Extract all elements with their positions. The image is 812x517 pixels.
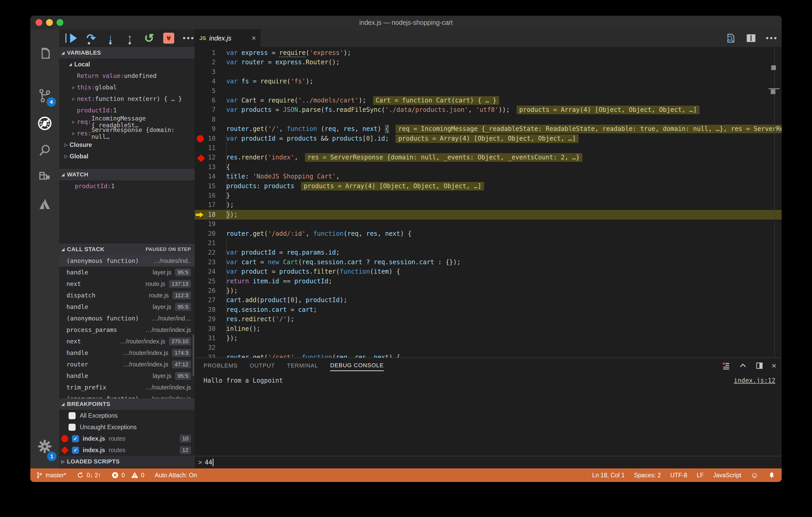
- editor-more-actions-icon[interactable]: •••: [766, 34, 778, 42]
- sidebar-scrollbar[interactable]: [193, 335, 194, 376]
- call-stack-frame[interactable]: dispatchroute.js112:3: [59, 290, 195, 301]
- step-out-button[interactable]: ↑: [124, 32, 135, 44]
- clear-console-icon[interactable]: [722, 361, 731, 370]
- step-over-button[interactable]: ↷: [86, 32, 96, 44]
- code-line[interactable]: 25 return item.id == productId;: [195, 277, 782, 286]
- code-line[interactable]: 28 req.session.cart = cart;: [195, 305, 782, 315]
- call-stack-frame[interactable]: (anonymous function)…/router/index.js: [59, 393, 195, 398]
- step-into-button[interactable]: ↓: [105, 32, 116, 44]
- code-line[interactable]: 21: [195, 238, 782, 248]
- variable-row[interactable]: ▷next: function next(err) { … }: [59, 93, 195, 104]
- breakpoint-row[interactable]: ✓index.jsroutes12: [59, 444, 195, 456]
- eol-status[interactable]: LF: [697, 472, 704, 479]
- auto-attach-status[interactable]: Auto Attach: On: [155, 472, 197, 479]
- console-input[interactable]: > 44: [195, 456, 782, 468]
- close-window-button[interactable]: [36, 19, 42, 26]
- tab-index-js[interactable]: JS index.js ×: [195, 29, 261, 47]
- panel-tab-terminal[interactable]: TERMINAL: [287, 362, 318, 371]
- code-line[interactable]: 33router.get('/cart', function(req, res,…: [195, 353, 782, 358]
- code-line[interactable]: 19: [195, 219, 782, 229]
- call-stack-frame[interactable]: router…/router/index.js47:12: [59, 359, 195, 370]
- notifications-bell-icon[interactable]: [768, 472, 775, 479]
- call-stack-frame[interactable]: handle…/router/index.js174:3: [59, 347, 195, 359]
- call-stack-frame[interactable]: process_params…/router/index.js: [59, 324, 195, 336]
- scope-local[interactable]: ◢ Local: [59, 59, 195, 70]
- panel-tab-debug-console[interactable]: DEBUG CONSOLE: [330, 362, 384, 371]
- split-editor-icon[interactable]: [745, 32, 757, 44]
- code-editor[interactable]: 1var express = require('express');2var r…: [195, 47, 782, 358]
- logpoint-icon[interactable]: [197, 154, 205, 162]
- code-line[interactable]: 26 });: [195, 286, 782, 296]
- code-line[interactable]: 9router.get('/', function (req, res, nex…: [195, 124, 782, 134]
- restart-button[interactable]: ↺: [144, 32, 154, 44]
- variable-row[interactable]: productId: 1: [59, 104, 195, 116]
- call-stack-frame[interactable]: handlelayer.js95:5: [59, 370, 195, 382]
- more-actions-button[interactable]: •••: [183, 32, 195, 44]
- loaded-scripts-header[interactable]: ▷ LOADED SCRIPTS: [59, 456, 195, 467]
- checkbox-unchecked[interactable]: [68, 424, 76, 431]
- call-stack-frame[interactable]: (anonymous function)…/routes/ind..: [59, 255, 195, 267]
- breakpoint-icon[interactable]: [197, 135, 204, 142]
- sidebar-item-search[interactable]: [30, 138, 59, 163]
- code-line[interactable]: 23 var cart = new Cart(req.session.cart …: [195, 257, 782, 267]
- code-line[interactable]: 8: [195, 115, 782, 124]
- close-panel-icon[interactable]: ×: [772, 362, 776, 370]
- panel-tab-output[interactable]: OUTPUT: [250, 362, 275, 371]
- checkbox-checked[interactable]: ✓: [72, 447, 79, 454]
- checkbox-checked[interactable]: ✓: [72, 435, 79, 442]
- problems-status[interactable]: 0 0: [111, 472, 144, 479]
- call-stack-frame[interactable]: next…/router/index.js275:10: [59, 336, 195, 347]
- code-line[interactable]: 7var products = JSON.parse(fs.readFileSy…: [195, 105, 782, 115]
- code-line[interactable]: 18});: [195, 210, 782, 219]
- close-tab-icon[interactable]: ×: [252, 34, 256, 42]
- checkbox-unchecked[interactable]: [68, 412, 76, 419]
- call-stack-frame[interactable]: nextroute.js137:13: [59, 278, 195, 290]
- feedback-smiley-icon[interactable]: ☺: [751, 471, 759, 480]
- sidebar-item-source-control[interactable]: 4: [30, 83, 59, 108]
- encoding-status[interactable]: UTF-8: [670, 472, 687, 479]
- console-source-link[interactable]: index.js:12: [734, 377, 775, 387]
- indentation-status[interactable]: Spaces: 2: [634, 472, 661, 479]
- code-line[interactable]: 4var fs = require('fs');: [195, 77, 782, 86]
- sidebar-item-extensions[interactable]: [30, 164, 59, 189]
- call-stack-frame[interactable]: trim_prefix…/router/index.js: [59, 382, 195, 393]
- panel-tab-problems[interactable]: PROBLEMS: [204, 362, 237, 371]
- exception-breakpoint-row[interactable]: All Exceptions: [59, 410, 195, 421]
- watch-row[interactable]: productId: 1: [59, 180, 195, 192]
- code-line[interactable]: 30 inline();: [195, 324, 782, 334]
- code-line[interactable]: 13 {: [195, 162, 782, 172]
- sidebar-item-azure[interactable]: [30, 191, 59, 216]
- variable-row[interactable]: Return value: undefined: [59, 70, 195, 82]
- code-line[interactable]: 6var Cart = require('../models/cart');Ca…: [195, 96, 782, 105]
- code-line[interactable]: 27 cart.add(product[0], productId);: [195, 295, 782, 305]
- code-line[interactable]: 1var express = require('express');: [195, 48, 782, 58]
- zoom-window-button[interactable]: [57, 19, 63, 26]
- code-line[interactable]: 11: [195, 143, 782, 153]
- code-line[interactable]: 12 res.render('index',res = ServerRespon…: [195, 153, 782, 162]
- scope-row[interactable]: ▷Global: [59, 151, 195, 162]
- code-line[interactable]: 2var router = express.Router();: [195, 58, 782, 67]
- sidebar-item-debug[interactable]: [30, 111, 59, 136]
- code-line[interactable]: 32: [195, 343, 782, 353]
- variables-header[interactable]: ◢ VARIABLES: [59, 47, 195, 59]
- call-stack-header[interactable]: ◢ CALL STACK PAUSED ON STEP: [59, 244, 195, 255]
- language-status[interactable]: JavaScript: [713, 472, 741, 479]
- code-line[interactable]: 20router.get('/add/:id', function(req, r…: [195, 229, 782, 239]
- code-line[interactable]: 29 res.redirect('/');: [195, 314, 782, 324]
- variable-row[interactable]: ▷req: IncomingMessage {_readableSt…: [59, 116, 195, 127]
- code-line[interactable]: 24 var product = products.filter(functio…: [195, 267, 782, 277]
- code-line[interactable]: 22 var productId = req.params.id;: [195, 248, 782, 257]
- variable-row[interactable]: ▷res: ServerResponse {domain: null…: [59, 127, 195, 139]
- cursor-position-status[interactable]: Ln 18, Col 1: [592, 472, 625, 479]
- call-stack-frame[interactable]: (anonymous function)…/router/ind…: [59, 313, 195, 324]
- code-line[interactable]: 5: [195, 86, 782, 96]
- code-line[interactable]: 3: [195, 67, 782, 77]
- minimize-window-button[interactable]: [46, 19, 53, 26]
- collapse-panel-icon[interactable]: [738, 361, 747, 370]
- continue-button[interactable]: [65, 32, 77, 44]
- watch-header[interactable]: ◢ WATCH: [59, 169, 195, 180]
- code-line[interactable]: 14 title: 'NodeJS Shopping Cart',: [195, 172, 782, 181]
- sync-status[interactable]: 0↓ 2↑: [77, 472, 101, 479]
- call-stack-frame[interactable]: handlelayer.js95:5: [59, 301, 195, 313]
- code-line[interactable]: 16 }: [195, 191, 782, 201]
